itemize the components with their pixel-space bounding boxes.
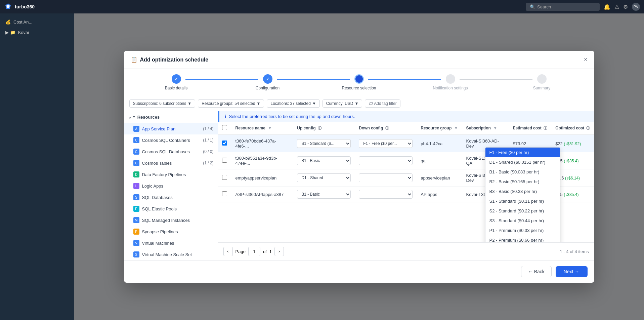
row2-up-config-select[interactable]: B1 - Basic xyxy=(297,156,351,165)
add-tag-filter-button[interactable]: 🏷 Add tag filter xyxy=(365,99,400,108)
dropdown-item-s3[interactable]: S3 - Standard ($0.44 per hr) xyxy=(485,216,560,226)
sql-managed-instances-label: SQL Managed Instances xyxy=(142,218,190,223)
cosmos-tables-icon: C xyxy=(133,160,139,166)
sidebar-item-kovai[interactable]: ▶ 📁 Kovai xyxy=(0,27,74,38)
page-number-input[interactable] xyxy=(248,247,260,256)
step-2-circle: ✓ xyxy=(263,74,272,84)
table-header-row: Resource name ▼ Up config ⓘ xyxy=(218,122,594,135)
up-config-info-icon: ⓘ xyxy=(318,126,321,130)
row2-savings: (↓$35.4) xyxy=(564,159,578,163)
resource-name-filter-icon[interactable]: ▼ xyxy=(268,126,272,130)
back-button-label: ← Back xyxy=(528,269,545,274)
sql-databases-icon: S xyxy=(133,194,139,200)
data-factory-pipelines-label: Data Factory Pipelines xyxy=(142,172,186,177)
dropdown-item-s2[interactable]: S2 - Standard ($0.22 per hr) xyxy=(485,206,560,216)
info-banner: ℹ Select the preferred tiers to be set d… xyxy=(218,111,594,122)
sidebar-item-cosmos-tables[interactable]: C Cosmos Tables (1 / 2) xyxy=(124,157,218,169)
filters-row: Subscriptions: 6 subscriptions ▼ Resourc… xyxy=(124,96,594,111)
settings-icon[interactable]: ⚙ xyxy=(623,4,628,10)
step-5-label: Summary xyxy=(533,86,550,90)
profile-avatar[interactable]: PV xyxy=(632,3,640,11)
row4-checkbox[interactable] xyxy=(222,191,227,196)
subscriptions-filter[interactable]: Subscriptions: 6 subscriptions ▼ xyxy=(129,99,196,108)
sidebar-item-sql-databases[interactable]: S SQL Databases xyxy=(124,192,218,203)
stepper: ✓ Basic details ✓ Configuration Resource… xyxy=(124,69,594,96)
resources-collapse-toggle[interactable]: ⌄ ≡ Resources xyxy=(124,111,218,123)
row2-checkbox-cell xyxy=(218,152,231,169)
prev-page-button[interactable]: ‹ xyxy=(223,247,233,256)
notification-icon[interactable]: 🔔 xyxy=(604,4,610,10)
step-4-label: Notification settings xyxy=(433,86,468,90)
cosmos-sql-containers-label: Cosmos SQL Containers xyxy=(142,138,190,143)
row2-up-config: B1 - Basic xyxy=(293,152,355,169)
alert-icon[interactable]: ⚠ xyxy=(614,4,619,10)
cosmos-tables-label: Cosmos Tables xyxy=(142,161,172,166)
row3-savings: (↓$6.14) xyxy=(565,176,580,181)
row1-checkbox[interactable] xyxy=(222,141,227,146)
row2-down-config-select[interactable] xyxy=(359,156,413,165)
next-page-button[interactable]: › xyxy=(274,247,284,256)
sidebar-item-data-factory-pipelines[interactable]: D Data Factory Pipelines xyxy=(124,169,218,180)
dropdown-item-d1[interactable]: D1 - Shared ($0.0151 per hr) xyxy=(485,157,560,167)
currency-filter[interactable]: Currency: USD ▼ xyxy=(323,99,362,108)
sql-elastic-pools-label: SQL Elastic Pools xyxy=(142,206,177,211)
virtual-machines-label: Virtual Machines xyxy=(142,241,174,246)
sidebar-item-sql-elastic-pools[interactable]: E SQL Elastic Pools xyxy=(124,203,218,214)
row4-savings: (↓$35.4) xyxy=(564,192,578,197)
dropdown-item-b3[interactable]: B3 - Basic ($0.33 per hr) xyxy=(485,187,560,196)
dropdown-item-b2[interactable]: B2 - Basic ($0.165 per hr) xyxy=(485,177,560,187)
step-2-label: Configuration xyxy=(256,86,280,90)
dropdown-item-b1[interactable]: B1 - Basic ($0.083 per hr) xyxy=(485,167,560,177)
row4-resource-name: ASP-sl360APIapps-a387 xyxy=(231,187,293,202)
row3-up-config-select[interactable]: D1 - Shared xyxy=(297,173,351,182)
dropdown-menu: F1 - Free ($0 per hr) D1 - Shared ($0.01… xyxy=(485,147,561,242)
step-resource-selection: Resource selection xyxy=(313,74,405,90)
back-button[interactable]: ← Back xyxy=(521,266,552,277)
step-notification-settings: Notification settings xyxy=(405,74,496,90)
th-resource-name-label: Resource name xyxy=(235,126,265,130)
resource-groups-filter[interactable]: Resource groups: 54 selected ▼ xyxy=(198,99,264,108)
pagination-area: ‹ Page of 1 › 1 - 4 of 4 items xyxy=(218,242,594,260)
vm-scale-set-icon: S xyxy=(133,251,139,257)
locations-filter[interactable]: Locations: 37 selected ▼ xyxy=(267,99,319,108)
sidebar-item-logic-apps[interactable]: L Logic Apps xyxy=(124,180,218,192)
row2-down-config xyxy=(355,152,417,169)
resource-group-filter-icon[interactable]: ▼ xyxy=(454,126,458,130)
sidebar-item-app-service-plan[interactable]: A App Service Plan (1 / 4) xyxy=(124,123,218,134)
down-config-info-icon: ⓘ xyxy=(385,126,389,130)
row4-savings-value: ↓$35.4 xyxy=(565,192,577,197)
row3-checkbox[interactable] xyxy=(222,175,227,180)
th-estimated-cost-label: Estimated cost xyxy=(513,126,541,130)
cosmos-sql-databases-count: (0 / 0) xyxy=(203,149,213,154)
search-bar[interactable]: 🔍 Search xyxy=(526,3,600,11)
row1-up-config-select[interactable]: S1 - Standard ($... xyxy=(297,139,351,148)
dropdown-item-f1[interactable]: F1 - Free ($0 per hr) xyxy=(485,148,560,157)
next-button[interactable]: Next → xyxy=(556,266,588,277)
step-4-circle xyxy=(446,74,455,84)
row2-checkbox[interactable] xyxy=(222,158,227,163)
synapse-pipelines-label: Synapse Pipelines xyxy=(142,229,178,234)
sidebar-item-vm-scale-set[interactable]: S Virtual Machine Scale Set xyxy=(124,249,218,260)
dropdown-item-p2[interactable]: P2 - Premium ($0.66 per hr) xyxy=(485,235,560,242)
sidebar-item-virtual-machines[interactable]: V Virtual Machines xyxy=(124,237,218,249)
logic-apps-icon: L xyxy=(133,183,139,189)
row4-up-config-select[interactable]: B1 - Basic xyxy=(297,190,351,199)
dropdown-item-p1[interactable]: P1 - Premium ($0.33 per hr) xyxy=(485,226,560,235)
sidebar-item-synapse-pipelines[interactable]: P Synapse Pipelines xyxy=(124,226,218,237)
cosmos-sql-containers-count: (1 / 1) xyxy=(203,138,213,143)
row4-down-config-select[interactable] xyxy=(359,190,413,199)
sidebar-item-cost-analysis[interactable]: 💰 Cost An... xyxy=(0,17,74,27)
resource-type-sidebar: ⌄ ≡ Resources A App Service Plan (1 / 4) xyxy=(124,111,218,260)
sidebar-item-sql-managed-instances[interactable]: M SQL Managed Instances xyxy=(124,214,218,226)
dropdown-item-s1[interactable]: S1 - Standard ($0.11 per hr) xyxy=(485,196,560,206)
subscription-filter-icon[interactable]: ▼ xyxy=(493,126,497,130)
info-banner-text: Select the preferred tiers to be set dur… xyxy=(229,114,355,119)
sidebar-item-cosmos-sql-containers[interactable]: C Cosmos SQL Containers (1 / 1) xyxy=(124,134,218,146)
row3-down-config-select[interactable] xyxy=(359,173,413,182)
sidebar-item-cosmos-sql-databases[interactable]: C Cosmos SQL Databases (0 / 0) xyxy=(124,146,218,157)
row1-down-config-select[interactable]: F1 - Free ($0 per... xyxy=(359,139,413,148)
close-button[interactable]: × xyxy=(584,56,588,63)
app-container: 💰 Cost An... ▶ 📁 Kovai 📋 Add optimizatio… xyxy=(0,13,644,320)
select-all-checkbox[interactable] xyxy=(222,125,227,130)
row3-up-config: D1 - Shared xyxy=(293,169,355,187)
